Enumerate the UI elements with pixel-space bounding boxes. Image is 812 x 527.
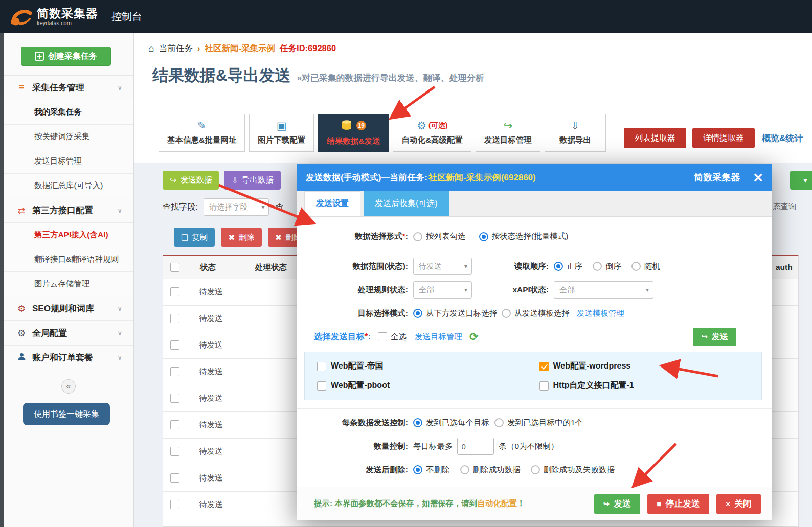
- radio-by-status[interactable]: 按状态选择(批量模式): [479, 231, 569, 242]
- list-extractor-button[interactable]: 列表提取器: [624, 128, 686, 148]
- send-button[interactable]: ↪ 发送: [594, 494, 641, 514]
- copy-button[interactable]: ❏ 复制: [174, 228, 215, 247]
- refresh-icon[interactable]: ⟳: [469, 331, 479, 343]
- tab-basic-info[interactable]: ✎ 基本信息&批量网址: [159, 114, 245, 152]
- stop-send-label: 停止发送: [665, 498, 700, 510]
- export-data-label: 导出数据: [242, 175, 274, 186]
- sidebar-item-image-cloud[interactable]: 图片云存储管理: [4, 272, 133, 296]
- console-label: 控制台: [111, 10, 142, 24]
- sidebar-nav: ≡ 采集任务管理 ∨ 我的采集任务 按关键词泛采集 发送目标管理 数据汇总库(可…: [4, 75, 133, 370]
- radio-delete-success[interactable]: 删除成功数据: [460, 465, 521, 475]
- detail-extractor-button[interactable]: 详情提取器: [692, 128, 755, 148]
- row-checkbox[interactable]: [170, 447, 179, 456]
- tab-automation-config[interactable]: ⚙ (可选) 自动化&高级配置: [393, 114, 471, 152]
- export-data-button[interactable]: ⇩ 导出数据: [224, 171, 280, 190]
- overview-stats-link[interactable]: 概览&统计: [762, 132, 803, 144]
- row-status: 待发送: [199, 340, 223, 351]
- image-icon: ▣: [277, 120, 287, 131]
- target-http-custom[interactable]: Http自定义接口配置-1: [539, 380, 762, 391]
- partial-green-button[interactable]: ▾: [790, 171, 812, 190]
- send-data-button[interactable]: ↪ 发送数据: [163, 171, 219, 190]
- copy-label: 复制: [192, 232, 208, 243]
- bookmark-collect-button[interactable]: 使用书签一键采集: [23, 403, 110, 425]
- radio-by-list[interactable]: 按列表勾选: [413, 231, 466, 242]
- radio-delete-success-fail[interactable]: 删除成功及失败数据: [531, 465, 615, 475]
- stop-send-button[interactable]: ■ 停止发送: [647, 494, 709, 514]
- row-checkbox[interactable]: [170, 367, 179, 376]
- choose-target-label: 选择发送目标*:: [314, 331, 371, 342]
- tab-post-send-collect[interactable]: 发送后收集(可选): [364, 191, 449, 216]
- sidebar-group-seo[interactable]: ⚙ SEO规则和词库 ∨: [4, 296, 133, 321]
- tab-result-data-send[interactable]: 19 结果数据&发送: [318, 114, 389, 152]
- radio-label: 删除成功及失败数据: [544, 465, 615, 475]
- share-icon: ↪: [504, 120, 513, 131]
- target-web-diguo[interactable]: Web配置-帝国: [317, 361, 539, 372]
- breadcrumb-task-name[interactable]: 社区新闻-采集示例: [205, 43, 276, 54]
- radio-target-template[interactable]: 从发送模板选择: [502, 308, 570, 319]
- close-button[interactable]: × 关闭: [716, 494, 761, 514]
- app-window: 简数采集器 keydatas.com 控制台 + 创建采集任务 ≡ 采集任务管理…: [0, 0, 812, 527]
- target-label: Web配置-wordpress: [553, 361, 631, 372]
- radio-label: 从下方发送目标选择: [426, 308, 498, 319]
- target-manage-link[interactable]: 发送目标管理: [415, 332, 462, 342]
- radio-order-desc[interactable]: 倒序: [593, 261, 621, 272]
- radio-order-random[interactable]: 随机: [631, 261, 660, 272]
- sidebar-group-global-config[interactable]: ⚙ 全局配置 ∨: [4, 321, 133, 346]
- sidebar-group-third-party[interactable]: ⇄ 第三方接口配置 ∨: [4, 198, 133, 223]
- create-task-button[interactable]: + 创建采集任务: [21, 47, 111, 66]
- row-checkbox[interactable]: [170, 420, 179, 429]
- tab-send-target-management[interactable]: ↪ 发送目标管理: [476, 114, 540, 152]
- send-icon: ↪: [170, 175, 176, 185]
- close-icon[interactable]: ×: [753, 169, 763, 186]
- sidebar-item-translate-rules[interactable]: 翻译接口&翻译语种规则: [4, 247, 133, 272]
- row-checkbox[interactable]: [170, 394, 179, 403]
- menu-icon: ≡: [15, 82, 28, 93]
- row-checkbox[interactable]: [170, 500, 179, 509]
- field-select[interactable]: 请选择字段 ▾: [204, 198, 269, 216]
- data-range-select[interactable]: 待发送 ▾: [413, 258, 472, 275]
- automation-config-link[interactable]: 自动化配置: [477, 499, 517, 508]
- row-checkbox[interactable]: [170, 287, 179, 296]
- rule-status-select[interactable]: 全部 ▾: [413, 281, 472, 299]
- sidebar-group-task-management[interactable]: ≡ 采集任务管理 ∨: [4, 76, 133, 100]
- chevron-down-icon: ∨: [117, 305, 122, 312]
- tab-data-export[interactable]: ⇩ 数据导出: [545, 114, 606, 152]
- sidebar-item-label: 数据汇总库(可导入): [34, 180, 103, 191]
- tab-image-download[interactable]: ▣ 图片下载配置: [249, 114, 314, 152]
- brand[interactable]: 简数采集器 keydatas.com: [9, 7, 98, 27]
- delete-button[interactable]: ✖ 删除: [221, 228, 261, 247]
- sidebar: + 创建采集任务 ≡ 采集任务管理 ∨ 我的采集任务 按关键词泛采集 发送目标管…: [4, 33, 134, 527]
- radio-no-delete[interactable]: 不删除: [413, 465, 450, 475]
- sidebar-item-keyword-collect[interactable]: 按关键词泛采集: [4, 125, 133, 149]
- sidebar-item-api-access[interactable]: 第三方API接入(含AI): [4, 223, 133, 247]
- target-web-wordpress[interactable]: Web配置-wordpress: [539, 361, 762, 372]
- target-web-pboot[interactable]: Web配置-pboot: [317, 380, 539, 391]
- download-icon: ⇩: [231, 175, 238, 185]
- radio-target-below[interactable]: 从下方发送目标选择: [413, 308, 498, 319]
- row-checkbox[interactable]: [170, 473, 179, 483]
- xapi-status-select[interactable]: 全部 ▾: [554, 281, 653, 299]
- data-range-label: 数据范围(状态):: [297, 261, 413, 272]
- sidebar-group-account[interactable]: 账户和订单套餐 ∨: [4, 346, 133, 370]
- sidebar-item-my-tasks[interactable]: 我的采集任务: [4, 100, 133, 125]
- template-manage-link[interactable]: 发送模板管理: [577, 308, 624, 319]
- sidebar-item-send-targets[interactable]: 发送目标管理: [4, 149, 133, 174]
- delete-label: 删除: [239, 232, 255, 243]
- breadcrumb-current-task[interactable]: 当前任务: [159, 43, 193, 54]
- trash-icon: ✖: [228, 233, 235, 242]
- row-checkbox[interactable]: [170, 314, 179, 323]
- radio-send-one-target[interactable]: 发到已选目标中的1个: [494, 418, 583, 428]
- quantity-input[interactable]: [457, 438, 494, 455]
- select-all-targets[interactable]: 全选: [378, 332, 407, 342]
- row-checkbox[interactable]: [170, 340, 179, 350]
- sidebar-item-data-warehouse[interactable]: 数据汇总库(可导入): [4, 174, 133, 198]
- select-all-checkbox[interactable]: [170, 263, 179, 272]
- radio-order-asc[interactable]: 正序: [554, 261, 582, 272]
- send-button-inline[interactable]: ↪ 发送: [693, 328, 736, 346]
- tab-send-settings[interactable]: 发送设置: [304, 191, 360, 216]
- sidebar-collapse-button[interactable]: «: [61, 379, 76, 394]
- radio-send-each-target[interactable]: 发到已选每个目标: [413, 418, 489, 428]
- modal-brand: 简数采集器: [694, 171, 740, 184]
- target-mode-row: 目标选择模式: 从下方发送目标选择 从发送模板选择 发送模板管理: [297, 302, 772, 325]
- breadcrumb-task-id: 任务ID:692860: [280, 43, 336, 54]
